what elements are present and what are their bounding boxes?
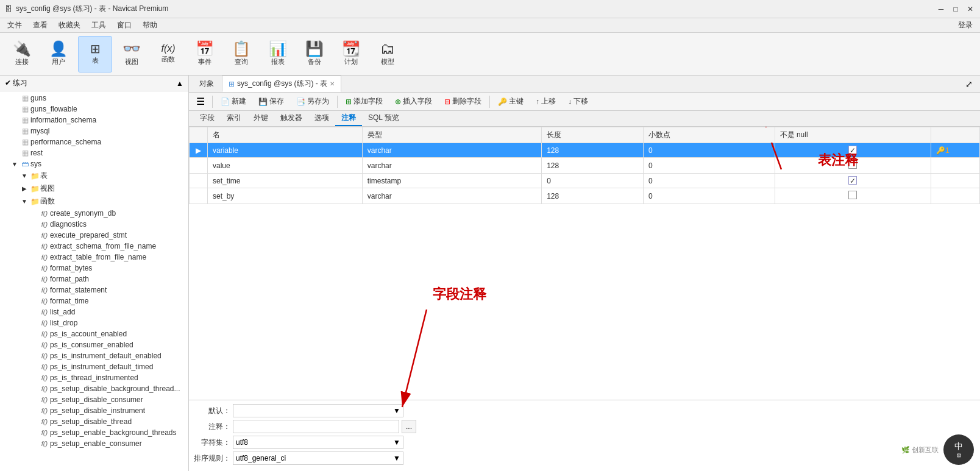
- sidebar-item-mysql[interactable]: ▦ mysql: [0, 126, 188, 136]
- menu-tools[interactable]: 工具: [87, 19, 111, 32]
- sidebar-item-fn-ps-is-instrument-default-enabled[interactable]: f() ps_is_instrument_default_enabled: [0, 350, 188, 361]
- login-button[interactable]: 登录: [953, 19, 978, 32]
- toolbar-view[interactable]: 👓 视图: [115, 36, 149, 73]
- minimize-button[interactable]: ─: [936, 4, 946, 14]
- tab-active[interactable]: ⊞ sys_config @sys (练习) - 表 ✕: [222, 76, 341, 92]
- sidebar-item-fn-format-time[interactable]: f() format_time: [0, 296, 188, 306]
- toolbar-function[interactable]: f(x) 函数: [151, 36, 185, 73]
- toolbar-report[interactable]: 📊 报表: [261, 36, 295, 73]
- menu-help[interactable]: 帮助: [138, 19, 162, 32]
- sidebar-item-fn-list-drop[interactable]: f() list_drop: [0, 317, 188, 328]
- tab-expand-button[interactable]: ⤢: [960, 77, 978, 91]
- sidebar-item-guns[interactable]: ▦ guns: [0, 93, 188, 104]
- save-button[interactable]: 💾 保存: [253, 94, 289, 109]
- field-type[interactable]: timestamp: [362, 174, 541, 188]
- sidebar-item-fn-ps-is-consumer-enabled[interactable]: f() ps_is_consumer_enabled: [0, 339, 188, 350]
- toolbar-model[interactable]: 🗂 模型: [371, 36, 405, 73]
- field-decimal[interactable]: 0: [643, 158, 775, 174]
- sidebar-item-fn-extract-schema[interactable]: f() extract_schema_from_file_name: [0, 241, 188, 252]
- toolbar-connect[interactable]: 🔌 连接: [5, 36, 39, 73]
- tab-close-button[interactable]: ✕: [330, 80, 335, 87]
- sidebar-item-performance-schema[interactable]: ▦ performance_schema: [0, 136, 188, 147]
- sidebar-item-fn-format-path[interactable]: f() format_path: [0, 274, 188, 285]
- primary-key-button[interactable]: 🔑 主键: [492, 94, 529, 109]
- menu-file[interactable]: 文件: [2, 19, 27, 32]
- save-as-button[interactable]: 📑 另存为: [291, 94, 335, 109]
- sidebar-item-fn-format-statement[interactable]: f() format_statement: [0, 285, 188, 296]
- default-select[interactable]: ▼: [233, 404, 403, 417]
- sub-tab-comments[interactable]: 注释: [335, 111, 362, 126]
- new-button[interactable]: 📄 新建: [215, 94, 252, 109]
- toolbar-event[interactable]: 📅 事件: [188, 36, 222, 73]
- table-row[interactable]: set_time timestamp 0 0 ✓: [190, 174, 980, 188]
- sidebar-item-views-folder[interactable]: ▶ 📁 视图: [0, 182, 188, 195]
- field-not-null[interactable]: [775, 158, 931, 174]
- sidebar-item-tables-folder[interactable]: ▼ 📁 表: [0, 169, 188, 182]
- sidebar-collapse-icon[interactable]: ▲: [176, 79, 183, 88]
- field-type[interactable]: varchar: [362, 158, 541, 174]
- menu-favorites[interactable]: 收藏夹: [54, 19, 85, 32]
- comment-input[interactable]: [233, 420, 399, 433]
- title-bar-controls[interactable]: ─ □ ✕: [936, 4, 975, 14]
- table-row[interactable]: value varchar 128 0: [190, 158, 980, 174]
- field-name[interactable]: set_time: [208, 174, 363, 188]
- sidebar-item-fn-ps-enable-consumer[interactable]: f() ps_setup_enable_consumer: [0, 438, 188, 449]
- field-not-null[interactable]: ✓: [775, 174, 931, 188]
- sub-tab-foreign-keys[interactable]: 外键: [247, 111, 274, 126]
- sidebar-item-fn-ps-setup-enable-background-threads[interactable]: f() ps_setup_enable_background_threads: [0, 427, 188, 438]
- toolbar-table[interactable]: ⊞ 表: [78, 36, 112, 73]
- toolbar-user[interactable]: 👤 用户: [41, 36, 76, 73]
- maximize-button[interactable]: □: [951, 4, 960, 14]
- menu-icon[interactable]: ☰: [191, 94, 210, 108]
- menu-view[interactable]: 查看: [28, 19, 52, 32]
- sidebar-item-fn-ps-setup-disable-thread[interactable]: f() ps_setup_disable_thread: [0, 416, 188, 427]
- sub-tab-triggers[interactable]: 触发器: [274, 111, 308, 126]
- sidebar-item-fn-ps-setup-disable-consumer[interactable]: f() ps_setup_disable_consumer: [0, 394, 188, 405]
- fields-table-area[interactable]: 名 类型 长度 小数点 不是 null ▶ variable varchar: [189, 127, 980, 400]
- sidebar-item-information-schema[interactable]: ▦ information_schema: [0, 115, 188, 126]
- sidebar-item-fn-ps-is-account-enabled[interactable]: f() ps_is_account_enabled: [0, 328, 188, 339]
- delete-field-button[interactable]: ⊟ 删除字段: [439, 94, 487, 109]
- field-decimal[interactable]: 0: [643, 188, 775, 204]
- sidebar-item-guns-flowable[interactable]: ▦ guns_flowable: [0, 104, 188, 115]
- sidebar-item-fn-list-add[interactable]: f() list_add: [0, 306, 188, 317]
- field-not-null[interactable]: [775, 188, 931, 204]
- sidebar-item-fn-diagnostics[interactable]: f() diagnostics: [0, 219, 188, 230]
- sidebar-item-fn-ps-setup-disable-instrument[interactable]: f() ps_setup_disable_instrument: [0, 405, 188, 416]
- toolbar-query[interactable]: 📋 查询: [224, 36, 258, 73]
- sidebar-item-sys[interactable]: ▼ 🗃 sys: [0, 158, 188, 169]
- field-not-null[interactable]: ✓: [775, 143, 931, 158]
- insert-field-button[interactable]: ⊕ 插入字段: [389, 94, 438, 109]
- field-length[interactable]: 0: [542, 174, 644, 188]
- field-name[interactable]: variable: [208, 143, 363, 158]
- add-field-button[interactable]: ⊞ 添加字段: [340, 94, 388, 109]
- sidebar-item-fn-extract-table[interactable]: f() extract_table_from_file_name: [0, 252, 188, 263]
- collation-select[interactable]: utf8_general_ci ▼: [233, 452, 403, 465]
- field-decimal[interactable]: 0: [643, 174, 775, 188]
- charset-select[interactable]: utf8 ▼: [233, 436, 403, 449]
- sidebar-item-fn-ps-is-instrument-default-timed[interactable]: f() ps_is_instrument_default_timed: [0, 361, 188, 372]
- table-row[interactable]: ▶ variable varchar 128 0 ✓ 🔑1: [190, 143, 980, 158]
- field-decimal[interactable]: 0: [643, 143, 775, 158]
- field-type[interactable]: varchar: [362, 143, 541, 158]
- sub-tab-index[interactable]: 索引: [221, 111, 247, 126]
- up-button[interactable]: ↑ 上移: [530, 94, 561, 109]
- sub-tab-options[interactable]: 选项: [308, 111, 335, 126]
- table-row[interactable]: set_by varchar 128 0: [190, 188, 980, 204]
- close-button[interactable]: ✕: [965, 4, 975, 14]
- field-length[interactable]: 128: [542, 188, 644, 204]
- field-type[interactable]: varchar: [362, 188, 541, 204]
- sidebar-item-fn-create-synonym-db[interactable]: f() create_synonym_db: [0, 208, 188, 219]
- down-button[interactable]: ↓ 下移: [563, 94, 594, 109]
- field-length[interactable]: 128: [542, 143, 644, 158]
- sidebar-item-fn-execute-prepared-stmt[interactable]: f() execute_prepared_stmt: [0, 230, 188, 241]
- field-name[interactable]: set_by: [208, 188, 363, 204]
- menu-window[interactable]: 窗口: [112, 19, 137, 32]
- tab-object[interactable]: 对象: [191, 76, 222, 92]
- toolbar-backup[interactable]: 💾 备份: [297, 36, 332, 73]
- sub-tab-fields[interactable]: 字段: [194, 111, 221, 126]
- sub-tab-sql-preview[interactable]: SQL 预览: [362, 111, 405, 126]
- field-name[interactable]: value: [208, 158, 363, 174]
- sidebar-item-rest[interactable]: ▦ rest: [0, 147, 188, 158]
- field-length[interactable]: 128: [542, 158, 644, 174]
